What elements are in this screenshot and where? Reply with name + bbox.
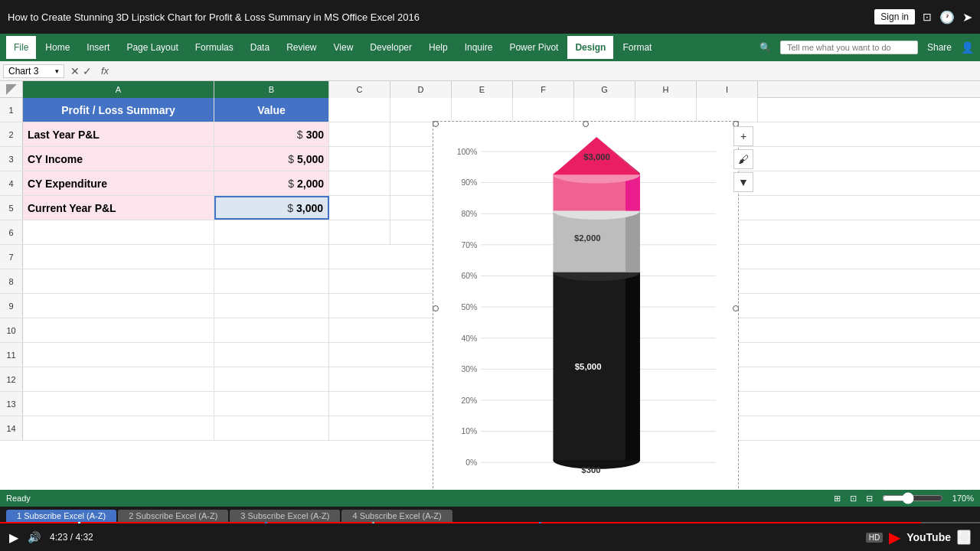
- cell-b4[interactable]: $ 2,000: [214, 171, 329, 195]
- tab-view[interactable]: View: [326, 36, 361, 59]
- chart-add-button[interactable]: +: [733, 126, 753, 146]
- col-header-h[interactable]: H: [635, 81, 697, 98]
- col-header-g[interactable]: G: [574, 81, 635, 98]
- cell-d1[interactable]: [390, 98, 452, 122]
- tab-power-pivot[interactable]: Power Pivot: [501, 36, 566, 59]
- cell-b7[interactable]: [214, 245, 329, 269]
- tab-review[interactable]: Review: [279, 36, 324, 59]
- cell-a7[interactable]: [23, 245, 214, 269]
- tab-inquire[interactable]: Inquire: [457, 36, 501, 59]
- tab-help[interactable]: Help: [421, 36, 456, 59]
- progress-fill: [0, 522, 921, 523]
- row-num-6: 6: [0, 220, 23, 244]
- cell-a6[interactable]: [23, 220, 214, 244]
- cell-g1[interactable]: [574, 98, 635, 122]
- cell-h1[interactable]: [635, 98, 697, 122]
- col-header-b[interactable]: B: [214, 81, 329, 98]
- cell-b8[interactable]: [214, 269, 329, 293]
- formula-input[interactable]: [115, 66, 977, 77]
- sign-in-button[interactable]: Sign in: [874, 9, 915, 24]
- cell-b12[interactable]: [214, 367, 329, 391]
- cell-a2[interactable]: Last Year P&L: [23, 122, 214, 146]
- cell-a13[interactable]: [23, 392, 214, 416]
- zoom-slider[interactable]: [882, 492, 943, 504]
- cell-a1[interactable]: Profit / Loss Summary: [23, 98, 214, 122]
- cell-c1[interactable]: [329, 98, 390, 122]
- chart-tools: + 🖌 ▼: [733, 126, 753, 192]
- sheet-tab-3[interactable]: 3 Subscribe Excel (A-Z): [230, 510, 340, 522]
- row-num-4: 4: [0, 171, 23, 195]
- ribbon-search-input[interactable]: [780, 41, 918, 54]
- cell-a9[interactable]: [23, 294, 214, 318]
- volume-icon[interactable]: 🔊: [28, 531, 41, 543]
- cell-a14[interactable]: [23, 416, 214, 440]
- cell-f1[interactable]: [513, 98, 574, 122]
- resize-handle-tl[interactable]: [433, 121, 439, 127]
- tab-developer[interactable]: Developer: [362, 36, 420, 59]
- resize-handle-left[interactable]: [433, 305, 439, 311]
- tab-formulas[interactable]: Formulas: [188, 36, 241, 59]
- cell-i1[interactable]: [697, 98, 758, 122]
- cell-b9[interactable]: [214, 294, 329, 318]
- cell-c4[interactable]: [329, 171, 390, 195]
- confirm-icon[interactable]: ✓: [83, 65, 92, 77]
- window-icon-1[interactable]: ⊡: [923, 11, 932, 23]
- name-box-arrow[interactable]: ▾: [55, 67, 59, 75]
- video-controls: ▶ 🔊 4:23 / 4:32 HD ▶ YouTube ⛶: [0, 523, 980, 551]
- cell-b13[interactable]: [214, 392, 329, 416]
- fullscreen-button[interactable]: ⛶: [957, 530, 971, 545]
- cell-b3[interactable]: $ 5,000: [214, 147, 329, 171]
- tab-home[interactable]: Home: [38, 36, 77, 59]
- share-arrow-icon[interactable]: ➤: [962, 10, 972, 24]
- cell-e1[interactable]: [452, 98, 513, 122]
- view-layout-icon[interactable]: ⊡: [850, 494, 857, 504]
- cell-b2[interactable]: $ 300: [214, 122, 329, 146]
- cell-b11[interactable]: [214, 343, 329, 367]
- col-header-f[interactable]: F: [513, 81, 574, 98]
- sheet-tab-4[interactable]: 4 Subscribe Excel (A-Z): [341, 510, 452, 522]
- cell-b1[interactable]: Value: [214, 98, 329, 122]
- cell-c5[interactable]: [329, 196, 390, 220]
- cell-a4[interactable]: CY Expenditure: [23, 171, 214, 195]
- label-300: $300: [581, 465, 600, 474]
- cell-a8[interactable]: [23, 269, 214, 293]
- view-page-icon[interactable]: ⊟: [866, 494, 873, 504]
- chart-container[interactable]: 100% 90% 80% 70% 60% 50% 40% 30% 20% 10%…: [433, 121, 739, 496]
- video-progress-bar[interactable]: [0, 522, 980, 523]
- cell-b6[interactable]: [214, 220, 329, 244]
- cell-a3[interactable]: CY Income: [23, 147, 214, 171]
- cell-c2[interactable]: [329, 122, 390, 146]
- cell-b14[interactable]: [214, 416, 329, 440]
- cell-b10[interactable]: [214, 318, 329, 342]
- cell-b5[interactable]: $ 3,000: [214, 196, 329, 220]
- resize-handle-top[interactable]: [583, 121, 589, 127]
- col-header-e[interactable]: E: [452, 81, 513, 98]
- name-box[interactable]: Chart 3 ▾: [3, 64, 64, 78]
- cell-a11[interactable]: [23, 343, 214, 367]
- cell-a5[interactable]: Current Year P&L: [23, 196, 214, 220]
- share-button[interactable]: Share: [927, 42, 952, 53]
- cancel-icon[interactable]: ✕: [70, 65, 80, 77]
- tab-insert[interactable]: Insert: [79, 36, 117, 59]
- tab-page-layout[interactable]: Page Layout: [119, 36, 185, 59]
- col-header-c[interactable]: C: [329, 81, 390, 98]
- cell-c6[interactable]: [329, 220, 390, 244]
- cell-a10[interactable]: [23, 318, 214, 342]
- chart-style-button[interactable]: 🖌: [733, 149, 753, 169]
- col-header-a[interactable]: A: [23, 81, 214, 98]
- cell-c3[interactable]: [329, 147, 390, 171]
- tab-design[interactable]: Design: [567, 36, 613, 59]
- cell-a12[interactable]: [23, 367, 214, 391]
- resize-handle-right[interactable]: [733, 305, 739, 311]
- svg-text:20%: 20%: [461, 396, 477, 405]
- sheet-tab-2[interactable]: 2 Subscribe Excel (A-Z): [118, 510, 228, 522]
- tab-format[interactable]: Format: [615, 36, 659, 59]
- col-header-d[interactable]: D: [390, 81, 452, 98]
- tab-file[interactable]: File: [6, 36, 36, 59]
- sheet-tab-1[interactable]: 1 Subscribe Excel (A-Z): [6, 510, 116, 522]
- view-normal-icon[interactable]: ⊞: [834, 494, 841, 504]
- tab-data[interactable]: Data: [243, 36, 277, 59]
- play-button[interactable]: ▶: [9, 530, 18, 545]
- chart-filter-button[interactable]: ▼: [733, 172, 753, 192]
- col-header-i[interactable]: I: [697, 81, 758, 98]
